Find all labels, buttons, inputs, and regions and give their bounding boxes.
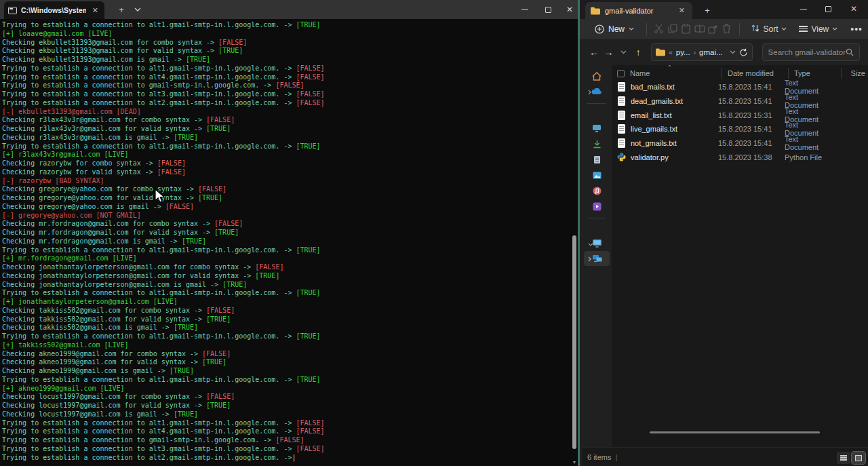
column-header-date-modified[interactable]: Date modified bbox=[722, 68, 788, 79]
terminal-line: Checking jonathantaylorpeterson@gmail.co… bbox=[2, 272, 571, 281]
terminal-line: Trying to establish a connection to alt2… bbox=[2, 454, 571, 463]
terminal-scrollbar[interactable]: ▼ bbox=[572, 20, 577, 465]
horizontal-scrollbar[interactable] bbox=[650, 431, 854, 433]
search-icon bbox=[846, 48, 854, 56]
sidebar-item-downloads[interactable] bbox=[584, 136, 610, 151]
file-row[interactable]: live_gmails.txt15.8.2023 15:41Text Docum… bbox=[612, 122, 868, 136]
terminal-caret: | bbox=[292, 454, 296, 461]
address-dropdown-icon[interactable] bbox=[730, 50, 736, 54]
share-button[interactable] bbox=[708, 22, 719, 37]
terminal-line: Trying to establish a connection to alt1… bbox=[2, 142, 571, 151]
sort-button-label: Sort bbox=[763, 24, 778, 34]
status-token: [TRUE] bbox=[296, 21, 320, 28]
sidebar-item-network[interactable] bbox=[584, 251, 610, 266]
terminal-minimize-button[interactable] bbox=[514, 0, 536, 19]
status-token: [TRUE] bbox=[186, 56, 210, 63]
column-header-name[interactable]: Name ⌃ bbox=[630, 69, 722, 77]
explorer-maximize-button[interactable] bbox=[816, 0, 840, 18]
status-token: [FALSE] bbox=[296, 64, 324, 72]
status-token: [FALSE] bbox=[218, 39, 247, 46]
column-header-size-label: Size bbox=[851, 69, 865, 77]
terminal-output[interactable]: Trying to establish a connection to alt1… bbox=[0, 19, 571, 466]
breadcrumb-item-current[interactable]: gmai... bbox=[699, 48, 723, 56]
sidebar-item-pictures[interactable] bbox=[584, 168, 610, 182]
terminal-tab-dropdown-icon[interactable] bbox=[129, 0, 146, 19]
file-row[interactable]: validator.py15.8.2023 15:38Python File bbox=[612, 150, 868, 164]
breadcrumb-overflow-icon[interactable]: « bbox=[669, 49, 673, 56]
trash-icon bbox=[722, 24, 731, 34]
file-name: validator.py bbox=[631, 153, 713, 161]
explorer-tab-close-icon[interactable]: ✕ bbox=[677, 5, 687, 16]
terminal-line: Checking mr.fordragon@gmail.com is gmail… bbox=[2, 237, 571, 246]
back-button[interactable]: ← bbox=[588, 44, 600, 60]
terminal-maximize-button[interactable] bbox=[537, 0, 559, 19]
column-header-type[interactable]: Type bbox=[788, 68, 841, 79]
terminal-line: Trying to establish a connection to alt1… bbox=[2, 376, 571, 385]
sidebar-item-onedrive[interactable] bbox=[584, 84, 610, 99]
breadcrumb-item-parent[interactable]: py... bbox=[676, 48, 690, 56]
terminal-line: Checking locust1997@gmail.com for valid … bbox=[2, 402, 571, 410]
large-icons-view-button[interactable] bbox=[852, 452, 865, 464]
explorer-tab[interactable]: gmail-validator ✕ bbox=[585, 2, 692, 19]
details-view-button[interactable] bbox=[837, 452, 850, 464]
explorer-new-tab-button[interactable]: + bbox=[699, 2, 715, 19]
file-row[interactable]: email_list.txt15.8.2023 15:31Text Docume… bbox=[612, 108, 868, 122]
copy-button[interactable] bbox=[667, 22, 678, 37]
scissors-icon bbox=[654, 24, 664, 34]
up-button[interactable]: ↑ bbox=[632, 44, 644, 60]
terminal-line: Checking ekbullet31393@gmail.com for com… bbox=[2, 39, 571, 47]
status-token: [TRUE] bbox=[296, 246, 320, 254]
status-token: [TRUE] bbox=[296, 376, 320, 383]
column-header-size[interactable]: Size bbox=[841, 68, 868, 79]
paste-button[interactable] bbox=[681, 22, 692, 37]
file-row[interactable]: not_gmails.txt15.8.2023 15:41Text Docume… bbox=[612, 136, 868, 151]
file-date-modified: 15.8.2023 15:31 bbox=[713, 111, 779, 119]
terminal-line: Checking jonathantaylorpeterson@gmail.co… bbox=[2, 263, 571, 272]
chevron-down-icon[interactable] bbox=[588, 237, 593, 249]
sidebar-item-this-pc[interactable] bbox=[584, 235, 610, 250]
status-token: [FALSE] bbox=[214, 220, 243, 227]
cut-button[interactable] bbox=[654, 22, 665, 37]
pictures-icon bbox=[593, 172, 601, 179]
terminal-tab[interactable]: C:\Windows\System32\cmd.e ✕ bbox=[4, 1, 104, 19]
recent-locations-icon[interactable] bbox=[618, 44, 630, 60]
forward-button[interactable]: → bbox=[603, 44, 615, 60]
sidebar-item-music[interactable] bbox=[584, 183, 610, 198]
view-list-icon bbox=[799, 26, 808, 32]
explorer-minimize-button[interactable] bbox=[792, 0, 815, 18]
explorer-close-button[interactable]: ✕ bbox=[842, 0, 865, 18]
terminal-scrollbar-thumb[interactable] bbox=[572, 235, 576, 449]
file-row[interactable]: dead_gmails.txt15.8.2023 15:41Text Docum… bbox=[612, 94, 868, 109]
sort-button[interactable]: Sort bbox=[746, 21, 791, 37]
chevron-right-icon[interactable] bbox=[588, 85, 591, 98]
delete-button[interactable] bbox=[722, 22, 732, 37]
rename-button[interactable] bbox=[694, 22, 705, 37]
terminal-new-tab-button[interactable]: + bbox=[113, 0, 130, 19]
terminal-line: Checking gregorye@yahoo.com for combo sy… bbox=[2, 185, 571, 194]
more-options-button[interactable]: ••• bbox=[845, 24, 868, 35]
terminal-line: Checking akneo1999@gmail.com for combo s… bbox=[2, 350, 571, 359]
refresh-icon[interactable] bbox=[739, 48, 748, 57]
breadcrumb[interactable]: « py... › gmai... bbox=[651, 43, 752, 61]
terminal-line: Trying to establish a connection to alt1… bbox=[2, 289, 571, 298]
status-token: [TRUE] bbox=[255, 272, 279, 279]
file-row[interactable]: bad_mails.txt15.8.2023 15:41Text Documen… bbox=[612, 80, 868, 94]
search-input[interactable]: Search gmail-validator bbox=[762, 43, 860, 61]
column-header-type-label: Type bbox=[794, 69, 810, 77]
terminal-tab-close-icon[interactable]: ✕ bbox=[90, 5, 100, 16]
terminal-line: Trying to establish a connection to alt1… bbox=[2, 64, 571, 73]
select-all-checkbox[interactable] bbox=[617, 70, 625, 77]
chevron-right-icon[interactable] bbox=[588, 252, 591, 265]
status-token: [TRUE] bbox=[296, 289, 320, 296]
sidebar-item-documents[interactable] bbox=[584, 152, 610, 167]
file-date-modified: 15.8.2023 15:41 bbox=[713, 97, 779, 105]
new-button[interactable]: New bbox=[589, 22, 639, 37]
terminal-scroll-down-icon[interactable]: ▼ bbox=[572, 460, 577, 465]
sidebar-item-desktop[interactable] bbox=[584, 121, 610, 136]
horizontal-scrollbar-thumb[interactable] bbox=[650, 431, 820, 433]
status-token: [FALSE] bbox=[296, 99, 324, 106]
view-button[interactable]: View bbox=[794, 22, 842, 37]
terminal-line: Trying to establish a connection to alt4… bbox=[2, 427, 571, 436]
sidebar-item-videos[interactable] bbox=[584, 199, 610, 214]
sidebar-item-home[interactable] bbox=[584, 69, 610, 83]
